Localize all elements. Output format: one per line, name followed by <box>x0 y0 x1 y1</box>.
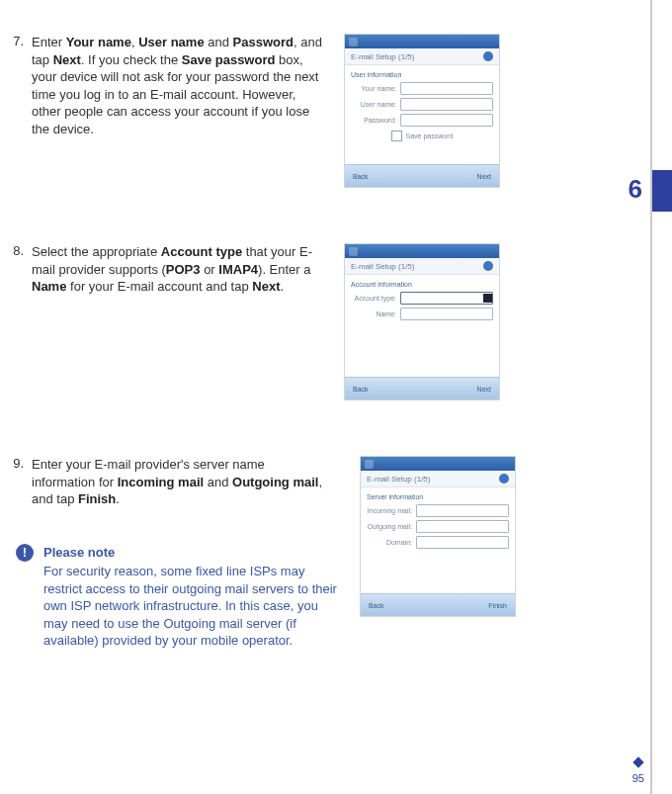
step-8-row: 8. Select the appropriate Account type t… <box>10 243 642 400</box>
shot8-label-name: Name: <box>351 310 396 317</box>
shot7-label-password: Password: <box>351 117 396 124</box>
screenshot-step-9: E-mail Setup (1/5) Server information In… <box>360 456 516 617</box>
shot7-section: User information <box>351 71 493 78</box>
window-icon <box>349 247 358 256</box>
info-icon <box>483 261 493 271</box>
shot7-next-btn: Next <box>477 173 491 180</box>
step-7-text: Enter Your name, User name and Password,… <box>32 34 326 137</box>
window-icon <box>365 460 374 469</box>
note-icon: ! <box>16 544 34 562</box>
step-7-row: 7. Enter Your name, User name and Passwo… <box>10 34 642 188</box>
chapter-number: 6 <box>629 174 642 205</box>
shot7-input-yourname <box>400 82 493 95</box>
info-icon <box>483 51 493 61</box>
step-9-row: 9. Enter your E-mail provider's server n… <box>10 456 642 650</box>
right-divider-line <box>650 0 652 794</box>
info-icon <box>499 474 509 484</box>
shot8-select-accounttype <box>400 292 493 305</box>
shot8-back-btn: Back <box>353 386 369 393</box>
shot7-input-username <box>400 98 493 111</box>
shot7-label-yourname: Your name: <box>351 85 396 92</box>
shot9-label-outgoing: Outgoing mail: <box>367 523 412 530</box>
shot8-label-accounttype: Account type: <box>351 295 396 302</box>
shot8-input-name <box>400 308 493 320</box>
step-7-number: 7. <box>10 34 24 48</box>
shot9-back-btn: Back <box>369 602 384 609</box>
screenshot-step-8: E-mail Setup (1/5) Account information A… <box>344 243 500 400</box>
shot9-input-outgoing <box>416 520 509 533</box>
shot8-next-btn: Next <box>477 386 491 393</box>
shot9-input-domain <box>416 536 509 549</box>
window-icon <box>349 38 358 46</box>
shot9-finish-btn: Finish <box>488 602 507 609</box>
shot7-label-username: User name: <box>351 101 396 108</box>
note-title: Please note <box>43 544 342 562</box>
note-block: ! Please note For security reason, some … <box>10 544 342 650</box>
page-diamond-icon <box>632 756 643 767</box>
save-password-checkbox <box>391 131 402 141</box>
chapter-tab <box>652 170 672 212</box>
note-body: For security reason, some fixed line ISP… <box>43 563 342 650</box>
shot7-back-btn: Back <box>353 173 369 180</box>
step-8-number: 8. <box>10 243 24 258</box>
shot9-input-incoming <box>416 504 509 517</box>
shot9-label-domain: Domain: <box>367 539 412 546</box>
shot-subtitle: E-mail Setup (1/5) <box>351 52 414 61</box>
step-9-text: Enter your E-mail provider's server name… <box>32 456 326 508</box>
save-password-label: Save password <box>406 132 454 139</box>
step-9-number: 9. <box>10 456 24 471</box>
shot-subtitle: E-mail Setup (1/5) <box>351 262 414 271</box>
screenshot-step-7: E-mail Setup (1/5) User information Your… <box>344 34 500 188</box>
page-number: 95 <box>632 772 644 784</box>
step-8-text: Select the appropriate Account type that… <box>32 243 326 296</box>
shot-subtitle: E-mail Setup (1/5) <box>367 475 430 484</box>
shot7-input-password <box>400 114 493 127</box>
shot8-section: Account information <box>351 281 493 288</box>
shot9-label-incoming: Incoming mail: <box>367 507 412 514</box>
shot9-section: Server information <box>367 493 509 500</box>
